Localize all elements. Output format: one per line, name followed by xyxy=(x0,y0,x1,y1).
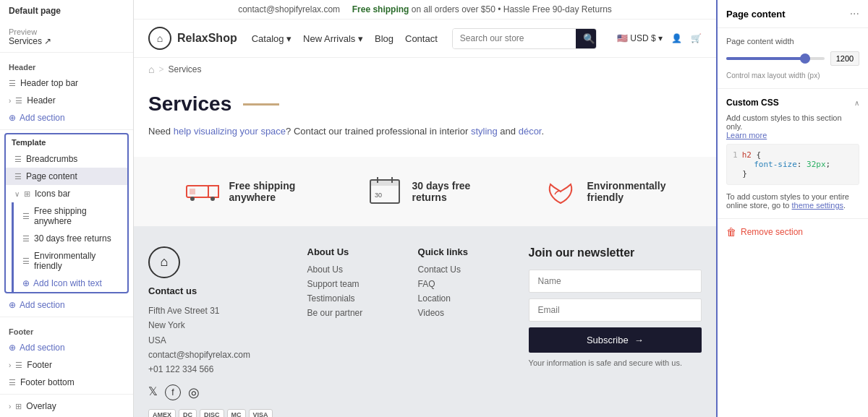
returns-icon: 30 xyxy=(367,177,403,206)
left-sidebar: Default page Preview Services ↗ Header ☰… xyxy=(0,0,134,417)
footer-about-title: About Us xyxy=(307,246,404,257)
control-label: Control max layout width (px) xyxy=(726,72,859,79)
nav-contact[interactable]: Contact xyxy=(405,33,438,44)
services-description: Need help visualizing your space? Contac… xyxy=(148,124,702,139)
services-title: Services xyxy=(148,93,702,116)
footer-section-title: Footer xyxy=(0,320,133,339)
theme-settings-link[interactable]: theme settings xyxy=(792,201,844,210)
discover-card: DISC xyxy=(200,409,224,417)
shipping-icon xyxy=(184,177,221,206)
eco-text: Environmentally friendly xyxy=(587,180,666,203)
sidebar-item-overlay[interactable]: › ⊞ Overlay xyxy=(0,397,133,415)
panel-menu-button[interactable]: ··· xyxy=(850,7,859,20)
footer-contact-us[interactable]: Contact Us xyxy=(418,265,514,275)
plus-icon: ⊕ xyxy=(9,343,16,353)
title-underline xyxy=(243,103,279,106)
preview-value[interactable]: Services ↗ xyxy=(9,36,124,46)
icon-item-shipping: Free shipping anywhere xyxy=(184,177,296,206)
footer-testimonials[interactable]: Testimonials xyxy=(307,293,404,304)
sidebar-item-header-top-bar[interactable]: ☰ Header top bar xyxy=(0,74,133,92)
nav-catalog[interactable]: Catalog ▾ xyxy=(252,33,292,44)
home-icon[interactable]: ⌂ xyxy=(148,64,154,75)
slider-value[interactable]: 1200 xyxy=(830,51,859,66)
nav-new-arrivals[interactable]: New Arrivals ▾ xyxy=(303,33,363,44)
store-logo[interactable]: ⌂ RelaxShop xyxy=(148,27,237,50)
drag-icon: ☰ xyxy=(22,234,30,244)
css-editor[interactable]: 1h2 { font-size: 32px; } xyxy=(726,144,859,185)
amex-card: AMEX xyxy=(148,409,176,417)
sidebar-item-30-days[interactable]: ☰ 30 days free returns xyxy=(14,230,127,247)
cart-icon[interactable]: 🛒 xyxy=(691,33,702,43)
account-icon[interactable]: 👤 xyxy=(671,33,682,43)
icons-bar: Free shipping anywhere 30 30 days free xyxy=(134,157,716,226)
svg-text:30: 30 xyxy=(375,192,382,199)
footer-support[interactable]: Support team xyxy=(307,279,404,289)
footer-cards: AMEX DC DISC MC VISA xyxy=(148,409,293,417)
drag-icon: ☰ xyxy=(22,257,30,266)
footer-quick-col: Quick links Contact Us FAQ Location Vide… xyxy=(418,246,514,417)
newsletter-email-input[interactable] xyxy=(529,298,702,322)
footer-location[interactable]: Location xyxy=(418,293,514,304)
drag-icon: ☰ xyxy=(15,96,22,106)
search-button[interactable]: 🔍 xyxy=(576,29,597,48)
css-collapse-icon[interactable]: ∧ xyxy=(854,99,859,107)
sidebar-item-header[interactable]: › ☰ Header xyxy=(0,92,133,109)
footer-contact-col: ⌂ Contact us Fifth Ave Street 31 New Yor… xyxy=(148,246,293,417)
theme-settings-note: To add custom styles to your entire onli… xyxy=(726,192,859,210)
newsletter-col: Join our newsletter Subscribe → Your inf… xyxy=(529,246,702,417)
add-section-button-header[interactable]: ⊕ Add section xyxy=(0,109,133,126)
twitter-icon[interactable]: 𝕏 xyxy=(148,384,158,400)
sidebar-item-breadcrumbs[interactable]: ☰ Breadcrumbs xyxy=(6,150,127,168)
logo-icon: ⌂ xyxy=(148,27,171,50)
add-icon-text-button[interactable]: ⊕ Add Icon with text xyxy=(14,275,127,292)
sidebar-item-icons-bar[interactable]: ∨ ⊞ Icons bar xyxy=(6,185,127,202)
template-label: Template xyxy=(6,134,127,150)
footer-social: 𝕏 f ◎ xyxy=(148,384,293,400)
footer-address: Fifth Ave Street 31 New York USA contact… xyxy=(148,304,293,377)
page-area: ⌂ > Services Services Need help visualiz… xyxy=(134,58,716,417)
width-label: Page content width xyxy=(726,37,859,46)
footer-about-col: About Us About Us Support team Testimoni… xyxy=(307,246,404,417)
sidebar-item-footer-bottom[interactable]: ☰ Footer bottom xyxy=(0,374,133,391)
store-nav: Catalog ▾ New Arrivals ▾ Blog Contact xyxy=(252,33,438,44)
drag-icon: ☰ xyxy=(14,172,22,181)
free-shipping-label: Free shipping xyxy=(352,4,409,14)
sidebar-item-free-shipping[interactable]: ☰ Free shipping anywhere xyxy=(14,202,127,230)
right-panel: Page content ··· Page content width 1200… xyxy=(716,0,868,417)
learn-more-link[interactable]: Learn more xyxy=(726,131,767,139)
footer-about-us[interactable]: About Us xyxy=(307,265,404,275)
sidebar-item-page-content[interactable]: ☰ Page content xyxy=(6,168,127,185)
currency-selector[interactable]: 🇺🇸 USD $ ▾ xyxy=(617,33,663,43)
plus-icon: ⊕ xyxy=(9,300,16,310)
instagram-icon[interactable]: ◎ xyxy=(188,384,200,400)
arrow-icon: → xyxy=(634,335,644,345)
sidebar-item-footer[interactable]: › ☰ Footer xyxy=(0,356,133,374)
add-section-button-footer[interactable]: ⊕ Add section xyxy=(0,339,133,356)
footer-partner[interactable]: Be our partner xyxy=(307,308,404,318)
subscribe-button[interactable]: Subscribe → xyxy=(529,327,702,353)
breadcrumb-current: Services xyxy=(168,64,201,74)
footer-faq[interactable]: FAQ xyxy=(418,279,514,289)
slider-thumb[interactable] xyxy=(800,53,810,64)
breadcrumb: ⌂ > Services xyxy=(134,58,716,81)
header-actions: 🇺🇸 USD $ ▾ 👤 🛒 xyxy=(617,33,702,43)
footer-videos[interactable]: Videos xyxy=(418,308,514,318)
remove-section-button[interactable]: 🗑 Remove section xyxy=(718,218,868,245)
promo-text: on all orders over $50 • Hassle Free 90-… xyxy=(412,4,612,14)
visa-card: VISA xyxy=(249,409,273,417)
sidebar-item-environmentally[interactable]: ☰ Environmentally friendly xyxy=(14,247,127,275)
newsletter-name-input[interactable] xyxy=(529,270,702,293)
svg-rect-6 xyxy=(370,180,399,186)
footer-contact-title: Contact us xyxy=(148,285,293,296)
add-section-button-template[interactable]: ⊕ Add section xyxy=(0,296,133,314)
top-bar: contact@shopifyrelax.com Free shipping o… xyxy=(134,0,716,20)
newsletter-note: Your information is safe and secure with… xyxy=(529,358,702,367)
nav-blog[interactable]: Blog xyxy=(375,33,393,44)
css-description: Add custom styles to this section only. … xyxy=(726,113,859,139)
drag-icon: ☰ xyxy=(9,79,16,88)
trash-icon: 🗑 xyxy=(726,226,736,238)
slider-track xyxy=(726,57,825,60)
facebook-icon[interactable]: f xyxy=(165,384,181,400)
drag-icon: ☰ xyxy=(15,361,22,370)
search-input[interactable] xyxy=(453,29,576,48)
